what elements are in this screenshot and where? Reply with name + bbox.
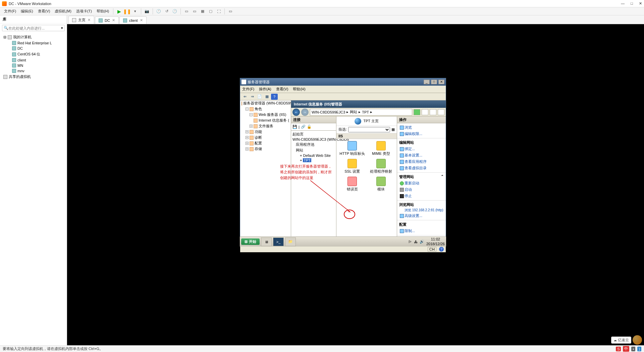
action-start[interactable]: 启动	[399, 186, 444, 193]
snapshot-manage-icon[interactable]: 🕑	[171, 8, 178, 15]
collapse-icon[interactable]: −	[246, 107, 249, 111]
tree-shared-vms[interactable]: 共享的虚拟机	[1, 74, 65, 80]
tree-configuration[interactable]: +配置	[240, 140, 291, 146]
icon-modules[interactable]: 模块	[367, 177, 395, 192]
action-stop[interactable]: 停止	[399, 193, 444, 199]
action-edit-permissions[interactable]: 编辑权限...	[399, 131, 444, 137]
tab-client[interactable]: client✕	[119, 16, 147, 24]
minimize-button[interactable]: —	[621, 1, 625, 6]
tray-badge-zh[interactable]: 中	[623, 346, 629, 352]
conn-server[interactable]: WIN-C8DD599EJC3 (WIN-C8DD5	[292, 137, 335, 142]
conn-remove-icon[interactable]: 🔓	[307, 125, 312, 129]
crumb-tpt[interactable]: TPT	[362, 110, 369, 114]
filter-go-icon[interactable]: ▦	[391, 127, 395, 132]
power-on-button[interactable]: ▶	[115, 8, 123, 15]
conn-save-icon[interactable]: 💾	[292, 125, 297, 129]
menu-help[interactable]: 帮助(H)	[95, 8, 111, 14]
expand-icon[interactable]: +	[246, 142, 249, 145]
tab-dc[interactable]: DC✕	[95, 16, 119, 24]
tree-iis-manager[interactable]: Internet 信息服务 (	[240, 118, 291, 123]
tree-root-my-computer[interactable]: ⊟我的计算机	[1, 34, 65, 40]
tree-item-centos[interactable]: CentOS 64 位	[1, 51, 65, 57]
pause-button[interactable]: ❚❚	[123, 8, 131, 15]
expand-icon[interactable]: +	[246, 147, 249, 150]
action-advanced[interactable]: 高级设置...	[399, 213, 444, 219]
conn-app-pools[interactable]: 应用程序池	[292, 142, 335, 147]
menu-vm[interactable]: 虚拟机(M)	[53, 8, 73, 14]
taskbar-powershell[interactable]: >_	[273, 237, 284, 246]
iis-stop-button[interactable]	[422, 109, 428, 115]
tree-file-services[interactable]: +文件服务	[240, 123, 291, 129]
action-limits[interactable]: 限制...	[399, 228, 444, 234]
guest-menu-help[interactable]: 帮助(H)	[293, 87, 305, 92]
action-view-apps[interactable]: 查看应用程序	[399, 159, 444, 165]
conn-start-page[interactable]: 起始页	[292, 131, 335, 137]
taskbar-clock[interactable]: 11:02 2018/12/26	[426, 237, 445, 246]
icon-error-pages[interactable]: 错误页	[338, 177, 366, 192]
view-cycle-icon[interactable]: ▭	[227, 8, 234, 15]
iis-forward-button[interactable]: →	[301, 108, 309, 116]
tree-item-client[interactable]: client	[1, 57, 65, 63]
iis-help-button[interactable]	[438, 109, 444, 115]
expand-icon[interactable]: +	[246, 136, 249, 139]
up-button[interactable]: 📄	[256, 94, 263, 100]
guest-menu-file[interactable]: 文件(F)	[242, 87, 254, 92]
guest-minimize-button[interactable]: _	[424, 80, 430, 84]
ime-indicator[interactable]: CH	[428, 247, 436, 252]
tree-storage[interactable]: +存储	[240, 146, 291, 152]
guest-menu-view[interactable]: 查看(V)	[276, 87, 288, 92]
tray-badge-dot[interactable]: •	[631, 347, 635, 351]
tab-home[interactable]: 主页✕	[68, 16, 94, 24]
expand-icon[interactable]: +	[300, 158, 302, 162]
conn-tpt-site[interactable]: +TPT	[292, 158, 335, 163]
view-unity-icon[interactable]: ▭	[191, 8, 198, 15]
snapshot-button[interactable]: 📷	[143, 8, 151, 15]
icon-http-headers[interactable]: HTTP 响应标头	[338, 141, 366, 156]
help-button[interactable]: ?	[271, 94, 278, 100]
tree-diagnostics[interactable]: +诊断	[240, 135, 291, 140]
crumb-sites[interactable]: 网站	[350, 109, 357, 115]
tree-item-redhat[interactable]: Red Hat Enterprise L	[1, 40, 65, 46]
vm-display[interactable]: 服务器管理器 _ □ ✕ 文件(F) 操作(A) 查看(V) 帮助(H) ⇐ ⇒	[67, 24, 644, 345]
search-dropdown-icon[interactable]: ▾	[61, 26, 63, 30]
expand-icon[interactable]: +	[250, 125, 253, 128]
tray-flag-icon[interactable]: 🏳	[408, 240, 412, 244]
guest-close-button[interactable]: ✕	[438, 80, 444, 84]
iis-back-button[interactable]: ←	[292, 108, 300, 116]
icon-mime-types[interactable]: MIME 类型	[367, 141, 395, 156]
filter-select[interactable]	[348, 127, 390, 132]
action-browse-url[interactable]: 浏览 192.168.2.2:81 (http)	[399, 208, 444, 213]
icon-ssl-settings[interactable]: SSL 设置	[338, 159, 366, 174]
view-stretch-icon[interactable]: ⛶	[215, 8, 222, 15]
iis-breadcrumb[interactable]: WIN-C8DD599EJC3▸ 网站▸ TPT▸	[310, 109, 412, 116]
tray-network-icon[interactable]: 🖧	[414, 240, 418, 244]
action-bindings[interactable]: 绑定...	[399, 146, 444, 152]
taskbar-server-manager[interactable]: 🖥	[261, 237, 272, 246]
tray-badge-s[interactable]: S	[616, 347, 621, 351]
tree-roles[interactable]: −角色	[240, 106, 291, 112]
back-button[interactable]: ⇐	[241, 94, 248, 100]
menu-tabs[interactable]: 选项卡(T)	[74, 8, 94, 14]
icon-handler-mapping[interactable]: 处理程序映射	[367, 159, 395, 174]
menu-file[interactable]: 文件(F)	[2, 8, 18, 14]
collapse-icon[interactable]: −	[250, 113, 253, 116]
tree-features[interactable]: +功能	[240, 129, 291, 135]
view-fullscreen-icon[interactable]: ▢	[207, 8, 214, 15]
tree-server-root[interactable]: 服务器管理器 (WIN-C8DD599EJC	[240, 100, 291, 106]
snapshot-revert-icon[interactable]: ↺	[163, 8, 170, 15]
guest-menu-action[interactable]: 操作(A)	[259, 87, 271, 92]
tray-badge-paren[interactable]: )	[637, 347, 641, 351]
menu-view[interactable]: 查看(V)	[36, 8, 52, 14]
menu-edit[interactable]: 编辑(E)	[19, 8, 35, 14]
action-restart[interactable]: 重新启动	[399, 180, 444, 186]
tree-item-dc[interactable]: DC	[1, 46, 65, 51]
conn-add-icon[interactable]: 🔗	[301, 125, 306, 129]
expand-icon[interactable]: ⊟	[3, 35, 6, 39]
conn-default-site[interactable]: +Default Web Site	[292, 153, 335, 158]
crumb-server[interactable]: WIN-C8DD599EJC3	[312, 110, 345, 114]
iis-refresh-button[interactable]	[414, 109, 420, 115]
start-button[interactable]: ⊞开始	[241, 238, 260, 245]
action-basic-settings[interactable]: 基本设置...	[399, 152, 444, 159]
expand-icon[interactable]: +	[246, 130, 249, 133]
tree-web-iis[interactable]: −Web 服务器 (IIS)	[240, 112, 291, 118]
